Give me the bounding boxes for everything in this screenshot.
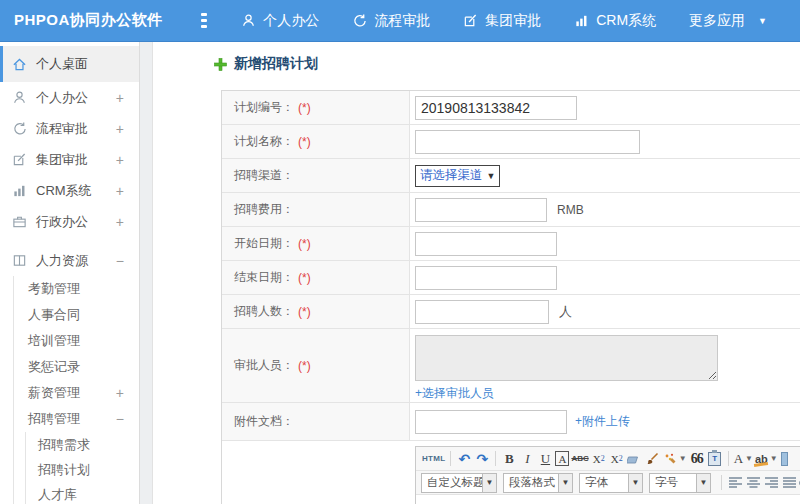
undo-button[interactable]: ↶ [456, 449, 472, 469]
form-value-cell [410, 125, 800, 158]
sidebar-item-salary[interactable]: 薪资管理 + [14, 380, 139, 406]
paste-icon[interactable]: T [707, 449, 723, 469]
form-value-cell: 请选择渠道 ▼ [410, 159, 800, 192]
form-label-cell: 审批人员： (*) [222, 329, 410, 402]
workflow-icon [11, 121, 28, 136]
attachment-input[interactable] [415, 410, 567, 434]
eraser-icon[interactable] [627, 449, 643, 469]
collapse-minus-icon[interactable]: − [116, 411, 124, 427]
strikethrough-button[interactable]: ABC [571, 449, 588, 469]
expand-plus-icon[interactable]: + [116, 121, 124, 137]
format-painter-icon[interactable]: ▼ [663, 449, 687, 469]
highlight-color-button[interactable]: ab ▼ [755, 449, 778, 469]
form-value-cell [410, 91, 800, 124]
font-color-button[interactable]: A ▼ [734, 449, 753, 469]
align-left-icon[interactable] [727, 473, 743, 493]
cost-input[interactable] [415, 198, 547, 222]
form-label-cell: 招聘人数： (*) [222, 295, 410, 328]
superscript-button[interactable]: X2 [591, 449, 607, 469]
sidebar-item-human-resources[interactable]: 人力资源 − [0, 245, 139, 276]
workflow-icon [352, 13, 367, 28]
blockquote-button[interactable]: 66 [689, 449, 705, 469]
editor-content-area[interactable] [416, 495, 800, 504]
expand-plus-icon[interactable]: + [116, 152, 124, 168]
page-title-row: 新增招聘计划 [214, 54, 800, 74]
approver-textarea[interactable] [415, 335, 718, 381]
start-date-input[interactable] [415, 232, 557, 256]
sidebar-item-training[interactable]: 培训管理 [14, 328, 139, 354]
sidebar-item-recruit-demand[interactable]: 招聘需求 [26, 432, 139, 457]
expand-plus-icon[interactable]: + [116, 183, 124, 199]
italic-button[interactable]: I [519, 449, 535, 469]
form-row-start-date: 开始日期： (*) [222, 227, 800, 261]
required-mark: (*) [298, 237, 311, 251]
expand-plus-icon[interactable]: + [116, 90, 124, 106]
sidebar-item-label: 招聘需求 [38, 436, 90, 454]
align-center-icon[interactable] [745, 473, 761, 493]
sidebar-item-recruit-plan[interactable]: 招聘计划 [26, 457, 139, 482]
sidebar-item-talent-pool[interactable]: 人才库 [26, 482, 139, 504]
combo-value: 自定义标题 [422, 475, 482, 490]
main-content: 新增招聘计划 计划编号： (*) 计划名称： (*) [152, 42, 800, 504]
nav-crm-system[interactable]: CRM系统 [574, 12, 656, 30]
nav-personal-office[interactable]: 个人办公 [241, 12, 319, 30]
sidebar-item-recruit-mgmt[interactable]: 招聘管理 − [14, 406, 139, 432]
sidebar-item-label: 培训管理 [28, 332, 80, 350]
sidebar-item-group-approval[interactable]: 集团审批 + [0, 144, 139, 175]
bold-button[interactable]: B [501, 449, 517, 469]
sidebar-item-admin-office[interactable]: 行政办公 + [0, 206, 139, 237]
app-window: PHPOA协同办公软件 个人办公 流程审批 集团审批 [0, 0, 800, 504]
channel-select[interactable]: 请选择渠道 ▼ [415, 165, 500, 187]
edit-icon [463, 13, 478, 28]
hr-icon [11, 253, 28, 268]
plan-number-input[interactable] [415, 96, 577, 120]
nav-group-approval[interactable]: 集团审批 [463, 12, 541, 30]
hamburger-menu-icon[interactable] [201, 13, 207, 28]
attachment-upload-link[interactable]: +附件上传 [575, 413, 630, 430]
sidebar-item-personal-desktop[interactable]: 个人桌面 [0, 46, 139, 82]
form-value-cell [410, 261, 800, 294]
end-date-input[interactable] [415, 266, 557, 290]
sidebar-item-workflow-approval[interactable]: 流程审批 + [0, 113, 139, 144]
underline-button[interactable]: U [537, 449, 553, 469]
sidebar-item-label: 奖惩记录 [28, 358, 80, 376]
border-text-button[interactable]: A [555, 451, 569, 466]
sidebar-item-label: 流程审批 [36, 120, 88, 138]
sidebar-item-personal-office[interactable]: 个人办公 + [0, 82, 139, 113]
edit-icon [11, 152, 28, 167]
collapse-minus-icon[interactable]: − [116, 253, 124, 269]
nav-more-apps[interactable]: 更多应用 ▼ [689, 12, 767, 30]
nav-workflow-approval[interactable]: 流程审批 [352, 12, 430, 30]
field-label: 招聘人数： [234, 303, 294, 320]
redo-button[interactable]: ↷ [474, 449, 490, 469]
recruit-plan-form: 计划编号： (*) 计划名称： (*) 招聘渠道： [221, 90, 800, 504]
sidebar-item-crm-system[interactable]: CRM系统 + [0, 175, 139, 206]
dropdown-arrow-icon: ▼ [558, 474, 572, 492]
select-approver-link[interactable]: +选择审批人员 [415, 385, 494, 402]
required-mark: (*) [298, 135, 311, 149]
expand-plus-icon[interactable]: + [116, 214, 124, 230]
dropdown-arrow-icon: ▼ [487, 171, 496, 181]
font-size-combo[interactable]: 字号 ▼ [649, 473, 711, 493]
align-right-icon[interactable] [763, 473, 779, 493]
app-logo: PHPOA协同办公软件 [0, 11, 163, 30]
font-family-combo[interactable]: 字体 ▼ [579, 473, 643, 493]
align-justify-icon[interactable] [781, 473, 797, 493]
expand-plus-icon[interactable]: + [116, 385, 124, 401]
custom-heading-combo[interactable]: 自定义标题 ▼ [421, 473, 497, 493]
toolbar-button-partial[interactable] [781, 452, 788, 466]
subscript-button[interactable]: X2 [609, 449, 625, 469]
bar-chart-icon [11, 183, 28, 198]
paragraph-format-combo[interactable]: 段落格式 ▼ [503, 473, 573, 493]
html-source-button[interactable]: HTML [422, 449, 445, 469]
form-value-cell: RMB [410, 193, 800, 226]
headcount-input[interactable] [415, 300, 549, 324]
briefcase-icon [11, 214, 28, 229]
form-row-headcount: 招聘人数： (*) 人 [222, 295, 800, 329]
sidebar-item-rewards[interactable]: 奖惩记录 [14, 354, 139, 380]
sidebar-item-hr-contract[interactable]: 人事合同 [14, 302, 139, 328]
sidebar-item-attendance[interactable]: 考勤管理 [14, 276, 139, 302]
plan-name-input[interactable] [415, 130, 640, 154]
field-label: 计划名称： [234, 133, 294, 150]
format-brush-icon[interactable] [645, 449, 661, 469]
